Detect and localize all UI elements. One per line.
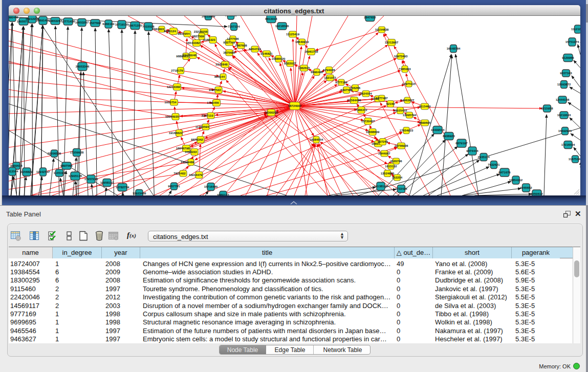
svg-text:16961758: 16961758 xyxy=(304,50,318,53)
svg-text:8990448: 8990448 xyxy=(311,71,323,74)
svg-text:9450612: 9450612 xyxy=(531,192,543,195)
svg-text:6794028: 6794028 xyxy=(323,69,335,72)
svg-text:10854112: 10854112 xyxy=(509,179,523,182)
svg-text:10719155: 10719155 xyxy=(115,23,129,26)
svg-text:12213382: 12213382 xyxy=(167,85,181,89)
svg-text:16648784: 16648784 xyxy=(447,47,461,50)
svg-text:9860122: 9860122 xyxy=(217,193,229,195)
svg-text:10756928: 10756928 xyxy=(395,144,408,147)
svg-text:2827509: 2827509 xyxy=(192,35,204,38)
svg-text:12923468: 12923468 xyxy=(133,192,146,195)
svg-text:8427522: 8427522 xyxy=(209,89,221,92)
svg-text:8186323: 8186323 xyxy=(203,38,215,41)
svg-text:16046798: 16046798 xyxy=(176,147,190,150)
svg-text:803144: 803144 xyxy=(214,75,225,78)
svg-text:19218506: 19218506 xyxy=(275,25,289,28)
svg-text:9897568: 9897568 xyxy=(60,164,73,167)
svg-text:12975115: 12975115 xyxy=(402,82,416,85)
svg-text:1621072: 1621072 xyxy=(324,76,336,79)
svg-text:2242848: 2242848 xyxy=(215,63,228,66)
svg-text:7625402: 7625402 xyxy=(173,172,186,175)
svg-text:16543382: 16543382 xyxy=(186,41,200,45)
svg-text:15692971: 15692971 xyxy=(558,129,572,133)
svg-text:14099489: 14099489 xyxy=(181,161,194,164)
svg-text:8878342: 8878342 xyxy=(191,138,203,141)
svg-text:1277546: 1277546 xyxy=(227,37,239,40)
svg-text:17359928: 17359928 xyxy=(70,151,84,154)
svg-text:16671355: 16671355 xyxy=(128,24,142,27)
svg-text:6879197: 6879197 xyxy=(455,142,468,145)
svg-text:1277487: 1277487 xyxy=(376,97,388,100)
svg-text:12093872: 12093872 xyxy=(557,83,571,86)
svg-text:20206536: 20206536 xyxy=(48,152,61,155)
svg-text:9129966: 9129966 xyxy=(562,56,574,59)
svg-text:10025433: 10025433 xyxy=(394,109,407,112)
svg-text:15885520: 15885520 xyxy=(272,57,286,60)
svg-text:12771456: 12771456 xyxy=(61,20,75,23)
svg-text:8322037: 8322037 xyxy=(284,62,296,65)
svg-text:8990448: 8990448 xyxy=(9,16,18,19)
svg-text:7357224: 7357224 xyxy=(228,25,240,28)
svg-text:9245652: 9245652 xyxy=(520,186,532,189)
svg-text:17654923: 17654923 xyxy=(400,129,413,132)
svg-text:8813014: 8813014 xyxy=(265,17,277,20)
svg-text:16782759: 16782759 xyxy=(116,186,129,189)
svg-text:18640910: 18640910 xyxy=(295,40,309,43)
svg-text:2844067: 2844067 xyxy=(378,152,390,155)
svg-text:12213967: 12213967 xyxy=(385,41,399,44)
svg-text:10973493: 10973493 xyxy=(394,55,408,58)
svg-text:2847652: 2847652 xyxy=(364,16,376,19)
svg-text:8660124: 8660124 xyxy=(164,30,176,33)
svg-text:3267110: 3267110 xyxy=(201,114,213,117)
svg-text:8471676: 8471676 xyxy=(498,171,511,174)
svg-text:19384554: 19384554 xyxy=(310,138,323,141)
svg-text:16033809: 16033809 xyxy=(202,16,215,18)
svg-text:9699695: 9699695 xyxy=(419,121,431,124)
svg-text:16210643: 16210643 xyxy=(557,114,571,117)
svg-text:15716485: 15716485 xyxy=(204,185,218,188)
svg-text:1145194: 1145194 xyxy=(53,171,66,174)
svg-text:18724007: 18724007 xyxy=(288,104,302,107)
svg-text:21564436: 21564436 xyxy=(347,99,361,102)
svg-text:19166822: 19166822 xyxy=(169,132,183,135)
svg-text:2867608: 2867608 xyxy=(235,44,247,47)
svg-text:4520746: 4520746 xyxy=(390,160,402,163)
svg-text:7632621: 7632621 xyxy=(488,163,500,166)
svg-text:17016504: 17016504 xyxy=(561,143,575,146)
svg-text:8454749: 8454749 xyxy=(249,48,261,51)
svg-text:11125419: 11125419 xyxy=(286,33,300,36)
svg-text:3498222: 3498222 xyxy=(185,150,197,154)
svg-text:12905135: 12905135 xyxy=(69,174,82,178)
svg-text:1527602: 1527602 xyxy=(89,21,101,25)
svg-text:8215958: 8215958 xyxy=(541,107,553,110)
svg-text:13524855: 13524855 xyxy=(381,172,395,175)
svg-text:10688609: 10688609 xyxy=(366,130,380,134)
svg-text:14463627: 14463627 xyxy=(401,99,415,102)
svg-text:11121831: 11121831 xyxy=(571,28,580,31)
svg-text:7386372: 7386372 xyxy=(355,108,367,112)
svg-text:2935114: 2935114 xyxy=(477,156,490,159)
svg-text:9115460: 9115460 xyxy=(419,105,431,108)
svg-text:10853267: 10853267 xyxy=(49,19,62,23)
svg-text:13495794: 13495794 xyxy=(403,114,417,117)
svg-text:62160: 62160 xyxy=(386,102,395,105)
svg-text:9146821: 9146821 xyxy=(260,52,273,55)
svg-text:7485063: 7485063 xyxy=(399,68,411,71)
svg-text:15720407: 15720407 xyxy=(361,120,375,123)
svg-text:15751074: 15751074 xyxy=(565,40,579,43)
svg-text:1010754: 1010754 xyxy=(164,101,177,104)
svg-text:11675341: 11675341 xyxy=(569,158,580,161)
svg-text:10054935: 10054935 xyxy=(165,115,179,118)
svg-text:12942737: 12942737 xyxy=(36,170,50,173)
svg-text:10958107: 10958107 xyxy=(100,181,114,184)
svg-text:7953211: 7953211 xyxy=(225,16,237,17)
svg-text:3675685: 3675685 xyxy=(223,51,235,54)
svg-text:3624554: 3624554 xyxy=(360,92,372,95)
svg-text:8938923: 8938923 xyxy=(443,135,455,138)
svg-text:1362615: 1362615 xyxy=(298,67,310,70)
svg-text:16409544: 16409544 xyxy=(431,128,445,132)
svg-text:1733426: 1733426 xyxy=(395,187,407,190)
svg-text:8912954: 8912954 xyxy=(178,32,190,35)
svg-text:1700456: 1700456 xyxy=(207,101,219,104)
svg-text:3913544: 3913544 xyxy=(9,170,18,173)
